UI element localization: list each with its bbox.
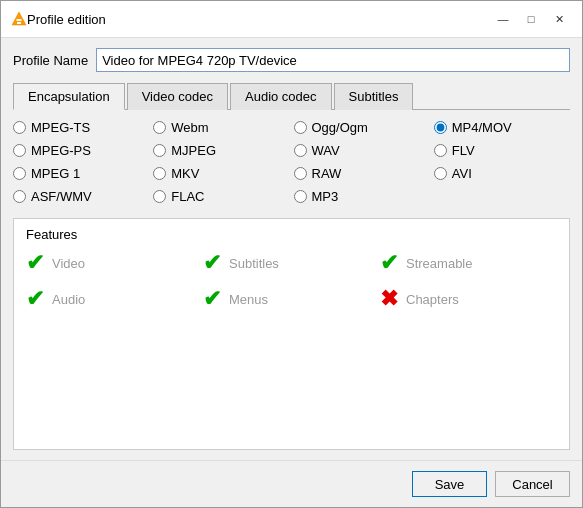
save-button[interactable]: Save xyxy=(412,471,487,497)
profile-name-input[interactable] xyxy=(96,48,570,72)
cross-icon: ✖ xyxy=(380,288,398,310)
tab-audio-codec[interactable]: Audio codec xyxy=(230,83,332,110)
close-button[interactable]: ✕ xyxy=(546,9,572,29)
radio-mpeg1[interactable]: MPEG 1 xyxy=(13,166,149,181)
radio-mpeg-ts[interactable]: MPEG-TS xyxy=(13,120,149,135)
main-content: Profile Name Encapsulation Video codec A… xyxy=(1,38,582,460)
radio-flv[interactable]: FLV xyxy=(434,143,570,158)
feature-chapters: ✖ Chapters xyxy=(380,288,557,310)
radio-avi[interactable]: AVI xyxy=(434,166,570,181)
vlc-icon xyxy=(11,11,27,27)
feature-streamable-label: Streamable xyxy=(406,256,472,271)
feature-audio: ✔ Audio xyxy=(26,288,203,310)
feature-subtitles-label: Subtitles xyxy=(229,256,279,271)
feature-audio-label: Audio xyxy=(52,292,85,307)
features-box: Features ✔ Video ✔ Subtitles ✔ Streamabl… xyxy=(13,218,570,450)
profile-name-row: Profile Name xyxy=(13,48,570,72)
radio-flac[interactable]: FLAC xyxy=(153,189,289,204)
tab-subtitles[interactable]: Subtitles xyxy=(334,83,414,110)
title-bar: Profile edition — □ ✕ xyxy=(1,1,582,38)
feature-video-label: Video xyxy=(52,256,85,271)
radio-mp3[interactable]: MP3 xyxy=(294,189,430,204)
feature-chapters-label: Chapters xyxy=(406,292,459,307)
window-title: Profile edition xyxy=(27,12,490,27)
format-radio-grid: MPEG-TS Webm Ogg/Ogm MP4/MOV MPEG-P xyxy=(13,120,570,204)
feature-menus-label: Menus xyxy=(229,292,268,307)
radio-mpeg-ps[interactable]: MPEG-PS xyxy=(13,143,149,158)
footer: Save Cancel xyxy=(1,460,582,507)
profile-name-label: Profile Name xyxy=(13,53,88,68)
features-title: Features xyxy=(26,227,557,242)
maximize-button[interactable]: □ xyxy=(518,9,544,29)
minimize-button[interactable]: — xyxy=(490,9,516,29)
svg-rect-1 xyxy=(17,19,22,21)
feature-menus: ✔ Menus xyxy=(203,288,380,310)
radio-mkv[interactable]: MKV xyxy=(153,166,289,181)
radio-raw[interactable]: RAW xyxy=(294,166,430,181)
radio-mp4-mov[interactable]: MP4/MOV xyxy=(434,120,570,135)
feature-streamable: ✔ Streamable xyxy=(380,252,557,274)
window-controls: — □ ✕ xyxy=(490,9,572,29)
feature-subtitles: ✔ Subtitles xyxy=(203,252,380,274)
tab-encapsulation[interactable]: Encapsulation xyxy=(13,83,125,110)
check-icon: ✔ xyxy=(26,252,44,274)
feature-video: ✔ Video xyxy=(26,252,203,274)
radio-wav[interactable]: WAV xyxy=(294,143,430,158)
radio-placeholder xyxy=(434,189,570,204)
tabs-bar: Encapsulation Video codec Audio codec Su… xyxy=(13,82,570,110)
check-icon: ✔ xyxy=(203,252,221,274)
cancel-button[interactable]: Cancel xyxy=(495,471,570,497)
features-grid: ✔ Video ✔ Subtitles ✔ Streamable ✔ Audio xyxy=(26,252,557,310)
radio-asf-wmv[interactable]: ASF/WMV xyxy=(13,189,149,204)
svg-rect-2 xyxy=(17,22,21,24)
radio-ogg-ogm[interactable]: Ogg/Ogm xyxy=(294,120,430,135)
radio-webm[interactable]: Webm xyxy=(153,120,289,135)
check-icon: ✔ xyxy=(203,288,221,310)
check-icon: ✔ xyxy=(380,252,398,274)
radio-mjpeg[interactable]: MJPEG xyxy=(153,143,289,158)
tab-video-codec[interactable]: Video codec xyxy=(127,83,228,110)
profile-edition-window: Profile edition — □ ✕ Profile Name Encap… xyxy=(0,0,583,508)
tab-content-encapsulation: MPEG-TS Webm Ogg/Ogm MP4/MOV MPEG-P xyxy=(13,120,570,450)
check-icon: ✔ xyxy=(26,288,44,310)
